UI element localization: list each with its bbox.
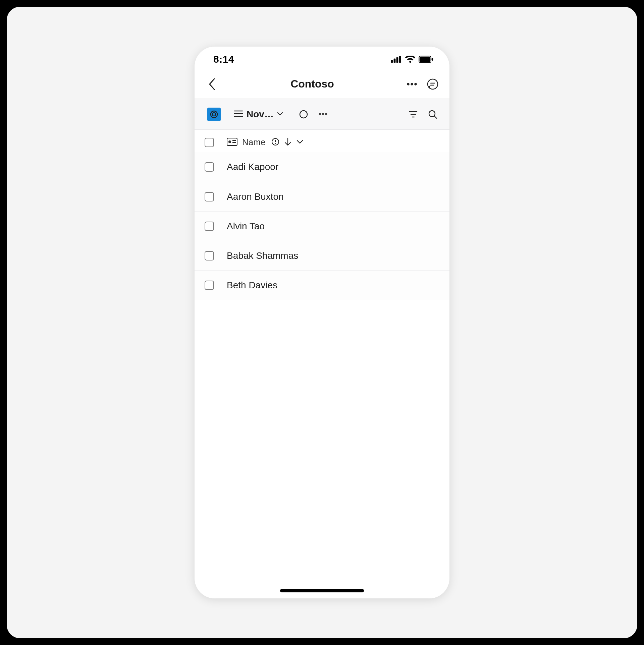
list-body: Aadi Kapoor Aaron Buxton Alvin Tao Babak… bbox=[195, 152, 449, 300]
overflow-button[interactable] bbox=[316, 107, 330, 122]
hamburger-icon bbox=[234, 110, 243, 119]
canvas-stage: 8:14 bbox=[7, 7, 637, 638]
svg-point-21 bbox=[325, 113, 327, 115]
column-header-row: Name bbox=[195, 130, 449, 152]
back-button[interactable] bbox=[204, 76, 220, 92]
cellular-icon bbox=[391, 56, 402, 63]
sort-arrow-down-icon[interactable] bbox=[284, 137, 291, 148]
svg-point-9 bbox=[415, 83, 417, 85]
svg-point-20 bbox=[322, 113, 324, 115]
nav-bar: Contoso bbox=[195, 69, 449, 99]
svg-point-28 bbox=[228, 140, 231, 143]
svg-point-13 bbox=[211, 111, 217, 118]
card-icon bbox=[227, 138, 237, 147]
svg-point-19 bbox=[319, 113, 321, 115]
wifi-icon bbox=[405, 56, 415, 63]
row-checkbox[interactable] bbox=[205, 281, 214, 290]
status-bar: 8:14 bbox=[195, 47, 449, 69]
table-row[interactable]: Babak Shammas bbox=[195, 241, 449, 270]
svg-rect-2 bbox=[396, 57, 398, 63]
info-icon[interactable] bbox=[271, 138, 279, 147]
device-frame: 8:14 bbox=[195, 47, 449, 598]
toolbar-divider bbox=[227, 107, 227, 122]
svg-rect-0 bbox=[391, 60, 393, 63]
svg-rect-1 bbox=[394, 59, 395, 63]
svg-point-8 bbox=[411, 83, 413, 85]
table-row[interactable]: Beth Davies bbox=[195, 270, 449, 300]
new-item-button[interactable] bbox=[296, 107, 311, 122]
row-checkbox[interactable] bbox=[205, 192, 214, 201]
svg-rect-5 bbox=[420, 57, 430, 62]
select-all-checkbox[interactable] bbox=[205, 138, 214, 147]
row-name-cell: Aadi Kapoor bbox=[227, 162, 278, 172]
list-toolbar: Nov… bbox=[195, 99, 449, 130]
row-checkbox[interactable] bbox=[205, 162, 214, 172]
row-name-cell: Beth Davies bbox=[227, 280, 277, 291]
row-name-cell: Alvin Tao bbox=[227, 221, 265, 232]
row-name-cell: Aaron Buxton bbox=[227, 191, 284, 202]
table-row[interactable]: Alvin Tao bbox=[195, 211, 449, 241]
svg-point-18 bbox=[300, 111, 307, 118]
battery-icon bbox=[419, 56, 433, 63]
app-tile-icon[interactable] bbox=[207, 108, 221, 121]
toolbar-divider bbox=[290, 107, 290, 122]
row-checkbox[interactable] bbox=[205, 251, 214, 260]
svg-rect-6 bbox=[432, 58, 433, 61]
column-name-label[interactable]: Name bbox=[242, 137, 265, 148]
view-picker[interactable]: Nov… bbox=[233, 108, 284, 121]
page-title: Contoso bbox=[223, 78, 401, 90]
column-menu-chevron-icon[interactable] bbox=[296, 139, 304, 145]
table-row[interactable]: Aadi Kapoor bbox=[195, 152, 449, 182]
row-name-cell: Babak Shammas bbox=[227, 250, 298, 261]
svg-point-7 bbox=[407, 83, 410, 85]
home-indicator[interactable] bbox=[280, 589, 364, 592]
more-button[interactable] bbox=[405, 77, 419, 92]
status-indicators bbox=[391, 56, 433, 63]
table-row[interactable]: Aaron Buxton bbox=[195, 182, 449, 211]
view-picker-label: Nov… bbox=[247, 109, 274, 120]
filter-button[interactable] bbox=[406, 107, 421, 122]
svg-rect-3 bbox=[399, 56, 401, 63]
svg-point-14 bbox=[212, 113, 216, 116]
chevron-down-icon bbox=[277, 111, 283, 117]
row-checkbox[interactable] bbox=[205, 222, 214, 231]
search-button[interactable] bbox=[425, 107, 440, 122]
svg-point-33 bbox=[275, 143, 276, 144]
chat-button[interactable] bbox=[425, 77, 440, 92]
status-time: 8:14 bbox=[213, 54, 234, 65]
svg-line-26 bbox=[434, 116, 437, 118]
